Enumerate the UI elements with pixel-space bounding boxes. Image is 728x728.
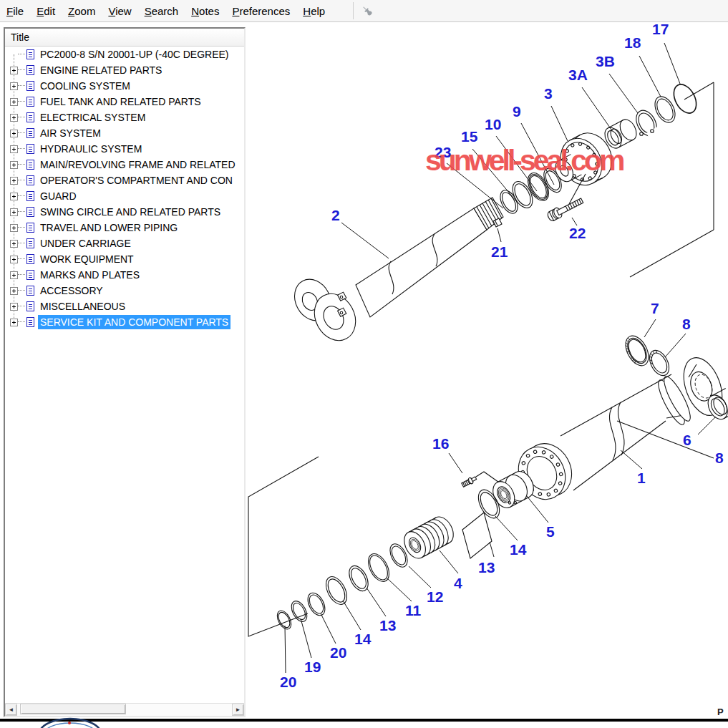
tree-item-label: ENGINE RELATED PARTS <box>38 63 164 77</box>
tree-item-selected[interactable]: SERVICE KIT AND COMPONENT PARTS <box>5 314 244 330</box>
menu-view[interactable]: View <box>102 1 137 21</box>
expand-plus-icon[interactable] <box>10 256 18 263</box>
scroll-left-button[interactable]: ◄ <box>5 704 17 716</box>
tree-item-label: MAIN/REVOLVING FRAME AND RELATED <box>38 157 238 172</box>
expand-plus-icon[interactable] <box>10 193 18 200</box>
tree-connector <box>18 132 25 134</box>
document-icon <box>26 175 34 185</box>
expand-plus-icon[interactable] <box>10 98 18 106</box>
expand-plus-icon[interactable] <box>10 82 18 90</box>
document-icon <box>26 191 34 201</box>
parts-tree-panel: Title PC2000-8 S/N 20001-UP (-40C DEGREE… <box>4 27 246 717</box>
tree-connector <box>18 85 25 87</box>
expand-plus-icon[interactable] <box>10 145 18 153</box>
menu-bar: File Edit Zoom View Search Notes Prefere… <box>0 0 728 22</box>
expand-plus-icon[interactable] <box>10 240 18 248</box>
expand-plus-icon[interactable] <box>10 208 18 216</box>
tree-item-label: FUEL TANK AND RELATED PARTS <box>38 94 203 109</box>
scrollbar-thumb[interactable] <box>20 704 126 714</box>
expand-plus-icon[interactable] <box>10 224 18 232</box>
scroll-left-icon: ◄ <box>9 707 14 713</box>
tree-item[interactable]: MAIN/REVOLVING FRAME AND RELATED <box>5 157 244 173</box>
expand-plus-icon[interactable] <box>10 271 18 279</box>
tree-item[interactable]: MARKS AND PLATES <box>5 267 244 283</box>
document-icon <box>26 81 34 91</box>
menu-preferences[interactable]: Preferences <box>225 1 296 21</box>
tree-connector <box>18 117 25 118</box>
tree-item[interactable]: COOLING SYSTEM <box>5 78 244 94</box>
tree-item[interactable]: MISCELLANEOUS <box>5 299 244 314</box>
document-icon <box>26 254 34 264</box>
document-icon <box>26 223 34 233</box>
scroll-right-button[interactable]: ► <box>232 704 244 716</box>
tree-connector <box>18 321 25 323</box>
document-icon <box>26 317 34 327</box>
document-icon <box>26 270 34 280</box>
tree-item-label: HYDRAULIC SYSTEM <box>38 142 144 156</box>
scrollbar-track[interactable] <box>17 704 232 716</box>
tree-connector <box>18 258 25 260</box>
expand-plus-icon[interactable] <box>10 177 18 185</box>
menu-edit[interactable]: Edit <box>30 1 62 21</box>
document-icon <box>26 49 34 59</box>
tree-connector <box>18 243 25 244</box>
scroll-right-icon: ► <box>236 707 241 713</box>
tree-connector <box>18 227 25 228</box>
tree-item[interactable]: ELECTRICAL SYSTEM <box>5 110 244 125</box>
expand-plus-icon[interactable] <box>10 161 18 169</box>
tree-item-label: WORK EQUIPMENT <box>38 252 136 266</box>
menu-help[interactable]: Help <box>296 1 331 21</box>
page-letter: P <box>717 707 724 717</box>
tree-item-label: ACCESSORY <box>38 283 105 298</box>
document-icon <box>26 286 34 296</box>
tree-connector <box>18 290 25 291</box>
tree-item[interactable]: ENGINE RELATED PARTS <box>5 62 244 78</box>
expand-plus-icon[interactable] <box>10 319 18 326</box>
menu-notes[interactable]: Notes <box>185 1 225 21</box>
expand-plus-icon[interactable] <box>10 303 18 311</box>
tree-item[interactable]: HYDRAULIC SYSTEM <box>5 141 244 157</box>
tree-connector <box>18 180 25 181</box>
expand-plus-icon[interactable] <box>10 114 18 122</box>
expand-plus-icon[interactable] <box>10 130 18 137</box>
tree-item[interactable]: ACCESSORY <box>5 283 244 299</box>
document-icon <box>26 238 34 248</box>
document-icon <box>26 160 34 170</box>
tree-item[interactable]: GUARD <box>5 188 244 204</box>
tree-connector <box>18 101 25 102</box>
tree-connector <box>18 306 25 307</box>
menu-file[interactable]: File <box>0 1 30 21</box>
document-icon <box>26 112 34 122</box>
expand-plus-icon[interactable] <box>10 67 18 74</box>
tree-item-label: GUARD <box>38 189 79 203</box>
tree-item-label: MISCELLANEOUS <box>38 299 127 314</box>
tree-item-label: COOLING SYSTEM <box>38 79 132 93</box>
tree-item[interactable]: SWING CIRCLE AND RELATED PARTS <box>5 204 244 220</box>
pushpin-icon[interactable] <box>358 1 377 20</box>
tree-item-label: SWING CIRCLE AND RELATED PARTS <box>38 205 223 219</box>
tree-item[interactable]: UNDER CARRIAGE <box>5 236 244 251</box>
tree-item-label: TRAVEL AND LOWER PIPING <box>38 220 180 235</box>
tree-item[interactable]: TRAVEL AND LOWER PIPING <box>5 220 244 236</box>
expand-plus-icon[interactable] <box>10 287 18 295</box>
tree-item-label: MARKS AND PLATES <box>38 268 142 282</box>
tree-item[interactable]: AIR SYSTEM <box>5 125 244 141</box>
tree-item-label: ELECTRICAL SYSTEM <box>38 110 147 125</box>
tree-item-label: AIR SYSTEM <box>38 126 103 140</box>
tree-item[interactable]: OPERATOR'S COMPARTMENT AND CON <box>5 173 244 188</box>
tree-item[interactable]: WORK EQUIPMENT <box>5 251 244 267</box>
menu-zoom[interactable]: Zoom <box>62 1 102 21</box>
tree-connector <box>18 211 25 213</box>
tree-item[interactable]: PC2000-8 S/N 20001-UP (-40C DEGREE) <box>5 47 244 62</box>
tree-item[interactable]: FUEL TANK AND RELATED PARTS <box>5 94 244 110</box>
document-icon <box>26 301 34 311</box>
tree-guide-line <box>14 54 14 322</box>
tree-connector <box>18 274 25 276</box>
tree-connector <box>18 164 25 165</box>
document-icon <box>26 207 34 217</box>
menu-search[interactable]: Search <box>138 1 185 21</box>
tree-connector <box>18 195 25 197</box>
tree-column-header[interactable]: Title <box>5 29 244 47</box>
tree-connector <box>18 54 25 55</box>
tree-connector <box>18 148 25 150</box>
